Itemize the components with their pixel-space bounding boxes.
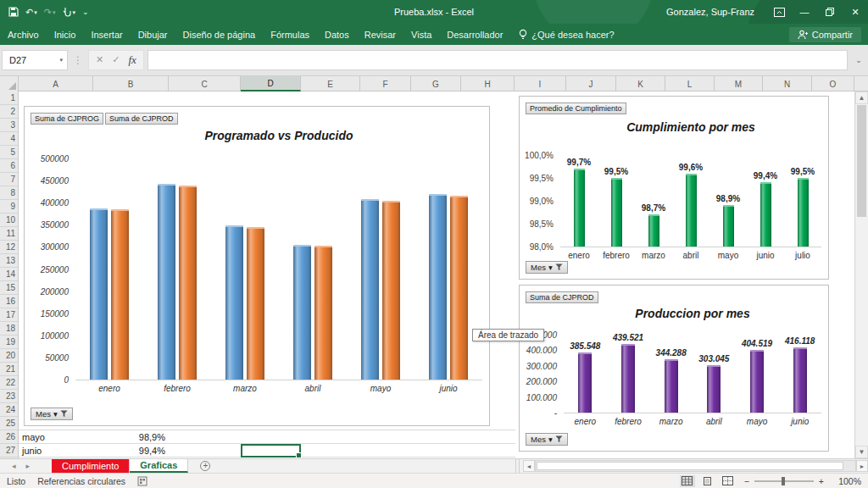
- row-header-3[interactable]: 3: [0, 119, 18, 132]
- row-header-22[interactable]: 22: [0, 376, 18, 390]
- cell-B26[interactable]: 98,9%: [93, 430, 169, 444]
- cell-A27[interactable]: junio: [19, 444, 93, 458]
- formula-bar-expand-icon[interactable]: ⌄: [851, 56, 866, 64]
- row-header-1[interactable]: 1: [0, 92, 18, 105]
- redo-button[interactable]: ↷▾: [44, 7, 56, 18]
- row-header-15[interactable]: 15: [0, 281, 18, 295]
- tab-scroll-splitter[interactable]: [515, 459, 520, 473]
- row-header-4[interactable]: 4: [0, 132, 18, 146]
- row-header-6[interactable]: 6: [0, 159, 18, 173]
- axis-field-button-mes[interactable]: Mes▾: [31, 408, 73, 420]
- column-header-G[interactable]: G: [411, 76, 461, 92]
- horizontal-scroll-thumb[interactable]: [537, 462, 843, 470]
- column-header-H[interactable]: H: [461, 76, 515, 92]
- new-sheet-button[interactable]: +: [200, 459, 210, 473]
- row-header-11[interactable]: 11: [0, 227, 18, 241]
- select-all-corner[interactable]: [0, 76, 19, 92]
- vertical-scroll-thumb[interactable]: [857, 105, 866, 217]
- column-header-O[interactable]: O: [812, 76, 854, 92]
- column-header-E[interactable]: E: [301, 76, 360, 92]
- row-header-24[interactable]: 24: [0, 403, 18, 417]
- zoom-level[interactable]: 100%: [832, 476, 861, 486]
- ribbon-tab-vista[interactable]: Vista: [403, 25, 439, 44]
- ribbon-tab-inicio[interactable]: Inicio: [47, 25, 84, 44]
- ribbon-tab-dise-o-de-p-gina[interactable]: Diseño de página: [175, 25, 264, 44]
- row-header-9[interactable]: 9: [0, 200, 18, 214]
- column-header-L[interactable]: L: [665, 76, 715, 92]
- column-header-N[interactable]: N: [763, 76, 812, 92]
- next-sheet-icon[interactable]: ▸: [26, 462, 31, 470]
- name-box-dropdown-icon[interactable]: ▾: [59, 57, 63, 63]
- confirm-entry-icon[interactable]: ✓: [112, 54, 120, 65]
- pivot-field-button[interactable]: Suma de CJPROG: [31, 113, 103, 125]
- scroll-down-icon[interactable]: ▼: [855, 446, 868, 458]
- row-header-18[interactable]: 18: [0, 322, 18, 336]
- vertical-scrollbar[interactable]: ▲ ▼: [854, 92, 868, 458]
- pivot-field-button[interactable]: Suma de CJPROD: [105, 113, 178, 125]
- macro-record-icon[interactable]: [137, 476, 147, 486]
- column-header-D[interactable]: D: [241, 76, 301, 92]
- row-header-7[interactable]: 7: [0, 173, 18, 186]
- scroll-left-icon[interactable]: ◄: [523, 460, 535, 472]
- worksheet-grid[interactable]: 1234567891011121314151617181920212223242…: [0, 92, 868, 458]
- plot-area[interactable]: [75, 159, 482, 380]
- column-header-K[interactable]: K: [616, 76, 665, 92]
- axis-field-button-mes[interactable]: Mes▾: [526, 261, 568, 274]
- column-header-F[interactable]: F: [360, 76, 411, 92]
- cell-B27[interactable]: 99,4%: [93, 444, 169, 458]
- ribbon-tab-revisar[interactable]: Revisar: [357, 25, 403, 44]
- save-icon[interactable]: [8, 7, 19, 17]
- row-header-19[interactable]: 19: [0, 336, 18, 349]
- row-header-14[interactable]: 14: [0, 268, 18, 281]
- cancel-entry-icon[interactable]: ✕: [96, 54, 103, 65]
- name-box-splitter[interactable]: ⋮: [71, 54, 85, 66]
- column-header-A[interactable]: A: [19, 76, 93, 92]
- prev-sheet-icon[interactable]: ◂: [12, 462, 16, 470]
- row-header-2[interactable]: 2: [0, 105, 18, 119]
- horizontal-scroll-track[interactable]: [535, 460, 856, 472]
- plot-area[interactable]: 99,7%99,5%98,7%99,6%98,9%99,4%99,5%: [560, 156, 821, 247]
- close-button[interactable]: ✕: [843, 0, 868, 24]
- ribbon-tab-f-rmulas[interactable]: Fórmulas: [263, 25, 317, 44]
- share-button[interactable]: Compartir: [789, 27, 861, 42]
- user-account[interactable]: Gonzalez, Sup-Franz: [666, 7, 754, 17]
- chart-programado-vs-producido[interactable]: Suma de CJPROGSuma de CJPRODProgramado v…: [24, 106, 490, 426]
- row-header-5[interactable]: 5: [0, 146, 18, 159]
- row-header-25[interactable]: 25: [0, 417, 18, 430]
- formula-input[interactable]: [147, 50, 848, 70]
- ribbon-tab-archivo[interactable]: Archivo: [0, 25, 47, 44]
- ribbon-tab-dibujar[interactable]: Dibujar: [131, 25, 175, 44]
- ribbon-tab-insertar[interactable]: Insertar: [83, 25, 130, 44]
- sheet-tab-cumplimiento[interactable]: Cumplimiento: [52, 459, 130, 473]
- column-header-J[interactable]: J: [566, 76, 616, 92]
- row-header-13[interactable]: 13: [0, 254, 18, 268]
- row-header-16[interactable]: 16: [0, 295, 18, 308]
- normal-view-icon[interactable]: [680, 475, 695, 487]
- pivot-field-button[interactable]: Promedio de Cumplimiento: [526, 103, 626, 114]
- row-header-21[interactable]: 21: [0, 363, 18, 376]
- restore-button[interactable]: [817, 0, 843, 24]
- sheet-tab-graficas[interactable]: Graficas: [130, 459, 188, 473]
- customize-quick-access-icon[interactable]: ⌄: [82, 8, 89, 16]
- row-header-8[interactable]: 8: [0, 186, 18, 200]
- page-break-view-icon[interactable]: [721, 475, 736, 487]
- scroll-right-icon[interactable]: ►: [856, 460, 868, 472]
- name-box[interactable]: D27 ▾: [2, 50, 68, 70]
- page-layout-view-icon[interactable]: [700, 475, 715, 487]
- zoom-slider-thumb[interactable]: [782, 477, 785, 485]
- ribbon-tab-desarrollador[interactable]: Desarrollador: [439, 25, 510, 44]
- ribbon-display-options-icon[interactable]: [766, 0, 792, 24]
- row-header-26[interactable]: 26: [0, 430, 18, 444]
- insert-function-icon[interactable]: fx: [128, 53, 136, 67]
- column-header-C[interactable]: C: [169, 76, 241, 92]
- row-header-27[interactable]: 27: [0, 444, 18, 458]
- plot-area[interactable]: 385.548439.521344.288303.045404.519416.1…: [564, 336, 821, 413]
- column-header-M[interactable]: M: [715, 76, 763, 92]
- row-header-10[interactable]: 10: [0, 214, 18, 227]
- pivot-field-button[interactable]: Suma de CJPROD: [526, 291, 598, 303]
- horizontal-scrollbar[interactable]: ◄ ►: [515, 459, 868, 473]
- chart-produccion-por-mes[interactable]: Suma de CJPRODProduccion por mes500.0004…: [519, 285, 829, 452]
- undo-button[interactable]: ↶▾: [25, 7, 37, 18]
- row-header-23[interactable]: 23: [0, 390, 18, 403]
- touch-mode-button[interactable]: ▾: [62, 7, 75, 17]
